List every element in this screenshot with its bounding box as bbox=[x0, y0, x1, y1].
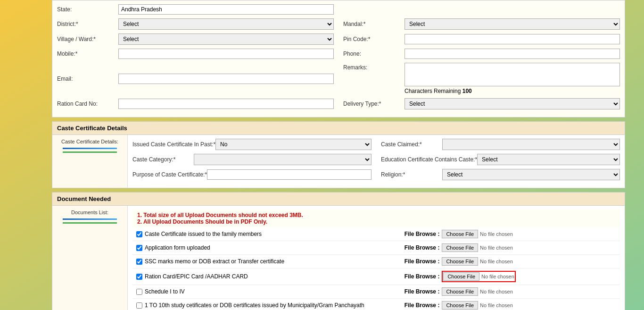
doc1-cell: Caste Certificate issued to the family m… bbox=[132, 227, 401, 241]
pincode-pair: Pin Code:* bbox=[343, 34, 620, 45]
doc6-checkbox[interactable] bbox=[136, 302, 142, 309]
document-section-body: Documents List: 1. Total size of all Upl… bbox=[52, 206, 625, 310]
doc5-no-file: No file chosen bbox=[480, 289, 513, 294]
village-ctrl: Select bbox=[118, 34, 334, 45]
category-label: Caste Category:* bbox=[132, 156, 194, 163]
doc5-cell: Schedule I to IV bbox=[132, 285, 401, 299]
doc1-checkbox[interactable] bbox=[136, 231, 142, 237]
caste-sidebar-underline1 bbox=[63, 148, 116, 149]
ration-label: Ration Card No: bbox=[57, 101, 118, 107]
caste-section-body: Caste Certificate Details: Issued Caste … bbox=[52, 135, 625, 188]
doc-table: Caste Certificate issued to the family m… bbox=[132, 227, 620, 310]
doc4-checkbox[interactable] bbox=[136, 274, 142, 280]
table-row: Caste Certificate issued to the family m… bbox=[132, 227, 620, 241]
doc3-checkbox[interactable] bbox=[136, 259, 142, 265]
caste-main: Issued Caste Certificate In Past:* No Ye… bbox=[128, 135, 625, 188]
caste-section-header: Caste Certificate Details bbox=[52, 122, 625, 135]
doc1-file-browse: File Browse : Choose File No file chosen bbox=[405, 230, 616, 238]
document-section-header: Document Needed bbox=[52, 193, 625, 206]
doc3-choose-file[interactable]: Choose File bbox=[442, 257, 478, 266]
phone-label: Phone: bbox=[343, 50, 405, 57]
doc1-label[interactable]: Caste Certificate issued to the family m… bbox=[136, 231, 397, 237]
doc2-no-file: No file chosen bbox=[480, 245, 513, 251]
mobile-pair: Mobile:* bbox=[57, 49, 334, 59]
caste-claimed-select[interactable] bbox=[442, 139, 620, 150]
doc4-label[interactable]: Ration Card/EPIC Card /AADHAR CARD bbox=[136, 273, 397, 280]
email-remarks-row: Email: Remarks: Characters Remaining 100 bbox=[57, 63, 620, 94]
remarks-input[interactable] bbox=[405, 63, 620, 86]
mobile-phone-row: Mobile:* Phone: bbox=[57, 49, 620, 59]
doc6-label[interactable]: 1 TO 10th study cetificates or DOB certi… bbox=[136, 302, 397, 309]
doc3-label[interactable]: SSC marks memo or DOB extract or Transfe… bbox=[136, 258, 397, 265]
page-wrapper: State: District:* Select bbox=[0, 0, 644, 310]
doc1-choose-file[interactable]: Choose File bbox=[442, 230, 478, 238]
mandal-select[interactable]: Select bbox=[405, 18, 620, 30]
delivery-select[interactable]: Select bbox=[405, 98, 620, 109]
doc5-file-cell: File Browse : Choose File No file chosen bbox=[401, 285, 620, 299]
edu-cert-pair: Education Certificate Contains Caste:* S… bbox=[381, 154, 620, 165]
doc3-file-cell: File Browse : Choose File No file chosen bbox=[401, 255, 620, 268]
caste-sidebar: Caste Certificate Details: bbox=[52, 135, 128, 188]
doc4-choose-file[interactable]: Choose File bbox=[443, 272, 479, 281]
delivery-pair: Delivery Type:* Select bbox=[343, 98, 620, 109]
empty-pair bbox=[343, 4, 620, 15]
remarks-label: Remarks: bbox=[343, 63, 405, 71]
purpose-pair: Purpose of Caste Certificate:* bbox=[132, 169, 372, 180]
issued-ctrl: No Yes bbox=[215, 139, 372, 150]
doc2-choose-file[interactable]: Choose File bbox=[442, 243, 478, 252]
ration-pair: Ration Card No: bbox=[57, 98, 334, 109]
doc3-file-browse: File Browse : Choose File No file chosen bbox=[405, 257, 616, 266]
mobile-label: Mobile:* bbox=[57, 50, 118, 57]
doc5-label[interactable]: Schedule I to IV bbox=[136, 288, 397, 295]
ration-delivery-row: Ration Card No: Delivery Type:* Select bbox=[57, 98, 620, 109]
state-label: State: bbox=[57, 6, 118, 13]
phone-input[interactable] bbox=[405, 49, 620, 59]
pincode-label: Pin Code:* bbox=[343, 36, 405, 42]
mandal-pair: Mandal:* Select bbox=[343, 18, 620, 30]
mobile-input[interactable] bbox=[118, 49, 334, 59]
purpose-religion-row: Purpose of Caste Certificate:* Religion:… bbox=[132, 169, 620, 180]
district-select[interactable]: Select bbox=[118, 18, 334, 30]
doc5-file-browse: File Browse : Choose File No file chosen bbox=[405, 287, 616, 296]
issued-pair: Issued Caste Certificate In Past:* No Ye… bbox=[132, 139, 372, 150]
phone-pair: Phone: bbox=[343, 49, 620, 59]
issued-select[interactable]: No Yes bbox=[215, 139, 372, 150]
pincode-input[interactable] bbox=[405, 34, 620, 44]
doc1-file-input: Choose File No file chosen bbox=[442, 230, 512, 238]
doc-note1: 1. Total size of all Upload Documents sh… bbox=[137, 212, 615, 218]
village-select[interactable]: Select bbox=[118, 34, 334, 45]
doc2-checkbox[interactable] bbox=[136, 245, 142, 251]
doc4-no-file: No file chosen bbox=[481, 274, 514, 279]
doc-sidebar-underline1 bbox=[63, 218, 116, 220]
purpose-input[interactable] bbox=[207, 169, 372, 180]
doc6-choose-file[interactable]: Choose File bbox=[442, 301, 478, 310]
state-input[interactable] bbox=[118, 4, 334, 15]
caste-claimed-pair: Caste Claimed:* bbox=[381, 139, 620, 150]
doc6-file-input: Choose File No file chosen bbox=[442, 301, 512, 310]
issued-caste-row: Issued Caste Certificate In Past:* No Ye… bbox=[132, 139, 620, 150]
doc5-file-input: Choose File No file chosen bbox=[442, 287, 512, 296]
doc2-file-input: Choose File No file chosen bbox=[442, 243, 512, 252]
category-select[interactable] bbox=[194, 154, 372, 165]
mandal-ctrl: Select bbox=[405, 18, 620, 30]
category-ctrl bbox=[194, 154, 372, 165]
doc-sidebar-underline2 bbox=[63, 222, 116, 224]
doc5-choose-file[interactable]: Choose File bbox=[442, 287, 478, 296]
doc2-label[interactable]: Application form uploaded bbox=[136, 244, 397, 251]
doc6-cell: 1 TO 10th study cetificates or DOB certi… bbox=[132, 299, 401, 310]
doc5-checkbox[interactable] bbox=[136, 289, 142, 295]
district-pair: District:* Select bbox=[57, 18, 334, 30]
document-sidebar: Documents List: bbox=[52, 206, 128, 310]
email-label: Email: bbox=[57, 75, 118, 82]
purpose-ctrl bbox=[207, 169, 372, 180]
religion-label: Religion:* bbox=[381, 171, 442, 178]
religion-select[interactable]: Select bbox=[442, 169, 620, 180]
doc3-file-input: Choose File No file chosen bbox=[442, 257, 512, 266]
email-input[interactable] bbox=[118, 74, 334, 84]
doc6-file-browse: File Browse : Choose File No file chosen bbox=[405, 301, 616, 310]
caste-claimed-label: Caste Claimed:* bbox=[381, 141, 442, 148]
doc2-file-cell: File Browse : Choose File No file chosen bbox=[401, 241, 620, 255]
edu-cert-select[interactable]: Select bbox=[477, 154, 620, 165]
ration-input[interactable] bbox=[118, 99, 334, 109]
delivery-label: Delivery Type:* bbox=[343, 101, 405, 107]
